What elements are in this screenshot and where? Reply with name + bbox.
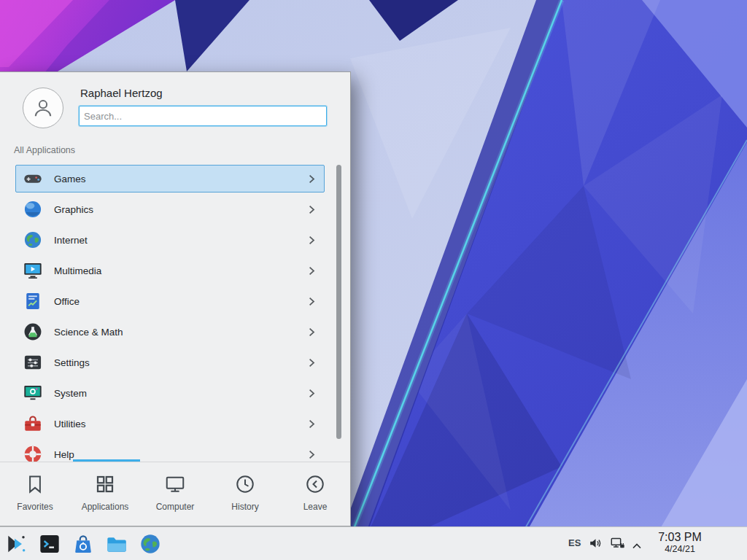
category-item-system[interactable]: System	[15, 379, 325, 407]
toolbox-icon	[23, 413, 43, 434]
category-item-games[interactable]: Games	[15, 165, 325, 192]
tab-label: History	[231, 502, 258, 512]
tab-applications[interactable]: Applications	[70, 464, 140, 526]
chevron-up-icon	[632, 542, 642, 550]
chevron-right-icon	[309, 205, 315, 214]
category-item-utilities[interactable]: Utilities	[15, 410, 325, 438]
tab-favorites[interactable]: Favorites	[0, 464, 70, 526]
network-button[interactable]	[610, 535, 626, 551]
computer-icon	[164, 473, 186, 495]
keyboard-layout-indicator[interactable]: ES	[568, 537, 581, 548]
person-icon	[31, 96, 55, 120]
volume-button[interactable]	[588, 535, 604, 551]
chevron-right-icon	[309, 327, 315, 337]
application-launcher-menu: Raphael Hertzog All Applications Games G…	[0, 71, 351, 526]
category-label: Office	[54, 296, 80, 307]
category-label: Graphics	[54, 204, 93, 215]
media-screen-icon	[23, 260, 43, 281]
chevron-right-icon	[309, 389, 315, 398]
category-label: Multimedia	[54, 265, 101, 276]
volume-icon	[588, 535, 604, 551]
category-label: System	[54, 388, 87, 399]
category-label: Utilities	[54, 419, 86, 429]
clock-time: 7:03 PM	[654, 530, 706, 544]
user-name: Raphael Hertzog	[80, 87, 163, 99]
lifebuoy-icon	[23, 444, 43, 462]
chevron-right-icon	[309, 236, 315, 245]
category-item-office[interactable]: Office	[15, 287, 325, 315]
category-list: Games Graphics Internet	[0, 160, 350, 462]
clock-widget[interactable]: 7:03 PM 4/24/21	[654, 530, 706, 555]
tab-label: Computer	[156, 502, 195, 512]
tab-history[interactable]: History	[210, 464, 280, 526]
earth-icon	[139, 532, 162, 556]
discover-bag-icon	[71, 532, 95, 556]
category-item-help[interactable]: Help	[15, 440, 325, 462]
category-label: Internet	[54, 235, 88, 246]
category-label: Help	[54, 449, 74, 460]
system-monitor-icon	[23, 383, 43, 403]
chevron-right-icon	[309, 450, 315, 459]
tab-label: Leave	[303, 502, 328, 512]
chevron-right-icon	[309, 358, 315, 368]
sliders-icon	[23, 352, 43, 373]
search-input[interactable]	[79, 106, 327, 126]
tab-label: Applications	[82, 502, 129, 512]
office-document-icon	[23, 291, 43, 311]
tabbar-separator	[0, 462, 350, 462]
scrollbar[interactable]	[336, 165, 341, 439]
tab-leave[interactable]: Leave	[280, 464, 350, 526]
application-launcher-button[interactable]	[4, 532, 28, 556]
chevron-right-icon	[309, 174, 315, 184]
file-manager-button[interactable]	[105, 532, 128, 556]
network-icon	[610, 535, 626, 551]
section-label: All Applications	[14, 145, 75, 155]
kde-launcher-icon	[4, 532, 28, 556]
category-item-science-math[interactable]: Science & Math	[15, 318, 325, 346]
taskbar-panel: ES 7:03 PM 4/24/21	[0, 526, 747, 560]
globe-icon	[23, 230, 43, 250]
bookmark-icon	[24, 473, 46, 495]
apps-grid-icon	[94, 473, 116, 495]
active-tab-indicator	[73, 459, 140, 462]
chevron-right-icon	[309, 419, 315, 429]
tab-computer[interactable]: Computer	[140, 464, 210, 526]
category-label: Science & Math	[54, 327, 123, 338]
gamepad-icon	[23, 168, 43, 189]
flask-icon	[23, 322, 43, 342]
tab-label: Favorites	[17, 502, 53, 512]
software-center-button[interactable]	[71, 532, 95, 556]
history-clock-icon	[234, 473, 256, 495]
terminal-button[interactable]	[38, 532, 61, 556]
clock-date: 4/24/21	[654, 544, 706, 555]
category-item-graphics[interactable]: Graphics	[15, 195, 325, 223]
terminal-icon	[38, 532, 61, 556]
category-item-multimedia[interactable]: Multimedia	[15, 257, 325, 284]
chevron-right-icon	[309, 297, 315, 306]
web-browser-button[interactable]	[139, 532, 162, 556]
category-item-settings[interactable]: Settings	[15, 349, 325, 376]
launcher-tabbar: Favorites Applications Computer History …	[0, 464, 350, 526]
category-label: Settings	[54, 357, 90, 368]
expand-tray-button[interactable]	[632, 540, 642, 548]
chevron-right-icon	[309, 266, 315, 276]
leave-circle-icon	[304, 473, 326, 495]
graphics-orb-icon	[23, 199, 43, 219]
category-item-internet[interactable]: Internet	[15, 226, 325, 254]
user-avatar[interactable]	[23, 88, 63, 128]
category-label: Games	[54, 174, 86, 184]
desktop: Raphael Hertzog All Applications Games G…	[0, 0, 747, 560]
folder-icon	[105, 532, 128, 556]
